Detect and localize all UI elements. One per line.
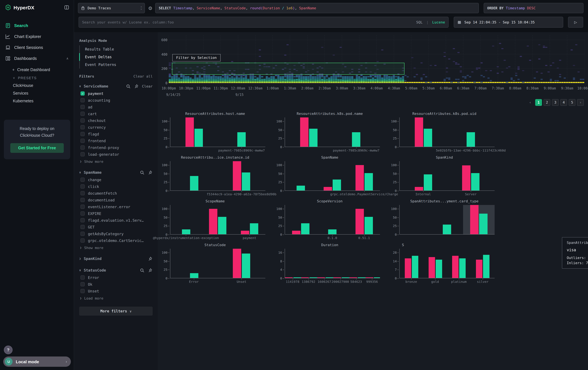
pagination-next[interactable]: ›: [577, 99, 584, 106]
filter-group-clear-button[interactable]: Clear: [142, 84, 153, 88]
heatmap-plot[interactable]: [169, 35, 584, 84]
help-button[interactable]: ?: [4, 346, 12, 354]
checkbox[interactable]: [81, 205, 85, 209]
sidebar-item-dashboards[interactable]: Dashboards∧: [0, 53, 74, 64]
filter-option-payment[interactable]: payment: [79, 90, 153, 97]
preset-services[interactable]: Services: [0, 90, 74, 97]
pin-icon[interactable]: [148, 256, 153, 261]
checkbox[interactable]: [81, 225, 85, 229]
date-range-picker[interactable]: Sep 14 22:04:35 - Sep 15 10:04:35: [454, 17, 563, 28]
checkbox[interactable]: [81, 198, 85, 202]
filter-option-frontend[interactable]: frontend: [79, 137, 153, 144]
checkbox[interactable]: [81, 152, 85, 156]
checkbox[interactable]: [81, 282, 85, 286]
show-more-button[interactable]: ❯Show more: [79, 158, 153, 165]
filter-option-accounting[interactable]: accounting: [79, 97, 153, 104]
show-more-button[interactable]: ❯Show more: [79, 245, 153, 251]
filter-option-getadsbycategory[interactable]: getAdsByCategory: [79, 230, 153, 237]
filter-option-eventlistener-error[interactable]: eventListener.error: [79, 203, 153, 210]
analysis-mode-results-table[interactable]: Results Table: [80, 45, 153, 53]
checkbox[interactable]: [81, 275, 85, 280]
order-by-input[interactable]: ORDER BY Timestamp DESC: [484, 3, 584, 13]
filter-option-expire[interactable]: EXPIRE: [79, 210, 153, 217]
search-icon[interactable]: [126, 84, 131, 89]
checkbox[interactable]: [81, 238, 85, 243]
pin-icon[interactable]: [148, 268, 153, 273]
checkbox[interactable]: [81, 191, 85, 195]
checkbox[interactable]: [81, 184, 85, 189]
filter-group-header-spankind[interactable]: ❯SpanKind: [79, 255, 153, 262]
filter-option-flagd[interactable]: flagd: [79, 131, 153, 137]
filter-option-checkout[interactable]: checkout: [79, 117, 153, 124]
checkbox[interactable]: [81, 218, 85, 222]
filter-option-grpc-oteldemo-cartservic-[interactable]: grpc.oteldemo.CartServic…: [79, 237, 153, 244]
search-icon[interactable]: [140, 268, 145, 273]
checkbox[interactable]: [81, 178, 85, 182]
presets-toggle[interactable]: ∨ PRESETS: [0, 74, 74, 82]
filter-option-load-generator[interactable]: load-generator: [79, 151, 153, 158]
clear-all-button[interactable]: Clear all: [134, 74, 153, 79]
filter-group-header-servicename[interactable]: ∨ServiceNameClear: [79, 82, 153, 90]
load-more-button[interactable]: ❯Load more: [79, 295, 153, 301]
filter-option-ok[interactable]: Ok: [79, 281, 153, 288]
run-query-button[interactable]: ▷: [568, 17, 583, 28]
sidebar-item-client-sessions[interactable]: Client Sessions: [0, 42, 74, 53]
select-query-input[interactable]: SELECT Timestamp, ServiceName, StatusCod…: [155, 3, 479, 13]
pagination-prev[interactable]: ‹: [527, 99, 534, 106]
checkbox[interactable]: [81, 139, 85, 143]
filter-option-flagd-evaluation-v1-serv-[interactable]: flagd.evaluation.v1.Serv…: [79, 217, 153, 224]
heatmap-y-tick: 600: [158, 38, 168, 42]
checkbox[interactable]: [81, 132, 85, 136]
analysis-mode-event-deltas[interactable]: Event Deltas: [80, 53, 153, 61]
filter-option-change[interactable]: change: [79, 176, 153, 183]
filter-option-get[interactable]: GET: [79, 224, 153, 230]
filter-option-frontend-proxy[interactable]: frontend-proxy: [79, 144, 153, 151]
pin-icon[interactable]: [134, 84, 139, 89]
get-started-button[interactable]: Get Started for Free: [10, 143, 64, 153]
filter-option-documentfetch[interactable]: documentFetch: [79, 190, 153, 197]
sidebar-item-search[interactable]: Search: [0, 20, 74, 31]
filter-option-currency[interactable]: currency: [79, 124, 153, 131]
sidebar-collapse-icon[interactable]: [64, 5, 69, 10]
checkbox[interactable]: [81, 118, 85, 123]
checkbox[interactable]: [81, 145, 85, 150]
lucene-toggle[interactable]: Lucene: [432, 20, 445, 24]
preset-clickhouse[interactable]: ClickHouse: [0, 82, 74, 90]
gear-icon[interactable]: ⚙: [148, 5, 152, 11]
filter-option-error[interactable]: Error: [79, 274, 153, 281]
filter-by-selection-button[interactable]: Filter by Selection: [172, 54, 220, 61]
source-select[interactable]: Demo Traces ▵▿: [78, 3, 145, 13]
pagination-page-4[interactable]: 4: [560, 99, 567, 106]
checkbox[interactable]: [81, 98, 85, 102]
checkbox-checked[interactable]: [81, 91, 85, 96]
search-icon[interactable]: [140, 170, 145, 175]
pagination-page-5[interactable]: 5: [569, 99, 576, 106]
more-filters-button[interactable]: More filters∨: [79, 307, 153, 316]
checkbox[interactable]: [81, 105, 85, 109]
filter-option-documentload[interactable]: documentLoad: [79, 197, 153, 203]
pagination-page-3[interactable]: 3: [552, 99, 559, 106]
filter-group-header-statuscode[interactable]: ∨StatusCode: [79, 266, 153, 274]
heatmap-selection[interactable]: [172, 63, 404, 75]
analysis-mode-event-patterns[interactable]: Event Patterns: [80, 61, 153, 69]
filter-option-click[interactable]: click: [79, 183, 153, 190]
search-input[interactable]: [82, 20, 416, 24]
filter-option-unset[interactable]: Unset: [79, 288, 153, 294]
filter-group-header-spanname[interactable]: ∨SpanName: [79, 169, 153, 176]
pagination-page-2[interactable]: 2: [544, 99, 550, 106]
filter-option-ad[interactable]: ad: [79, 104, 153, 110]
pin-icon[interactable]: [148, 170, 153, 175]
user-menu[interactable]: U Local mode ›: [3, 357, 71, 367]
checkbox[interactable]: [81, 289, 85, 293]
create-dashboard-button[interactable]: + Create Dashboard: [0, 66, 74, 74]
pagination-page-1[interactable]: 1: [535, 99, 542, 106]
checkbox[interactable]: [81, 112, 85, 116]
chart-category: [170, 249, 218, 278]
checkbox[interactable]: [81, 125, 85, 129]
checkbox[interactable]: [81, 232, 85, 236]
sidebar-item-chart-explorer[interactable]: Chart Explorer: [0, 31, 74, 42]
checkbox[interactable]: [81, 211, 85, 216]
preset-kubernetes[interactable]: Kubernetes: [0, 97, 74, 105]
sql-toggle[interactable]: SQL: [416, 20, 423, 24]
filter-option-cart[interactable]: cart: [79, 110, 153, 117]
